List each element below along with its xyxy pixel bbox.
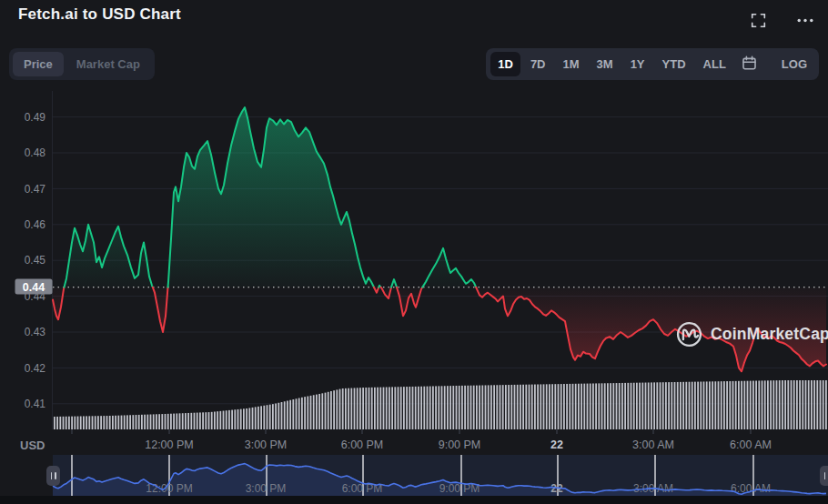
navigator-right-handle[interactable] bbox=[820, 466, 828, 486]
y-tick-label: 0.46 bbox=[25, 218, 46, 231]
navigator-minichart[interactable]: 12:00 PM3:00 PM6:00 PM9:00 PM223:00 AM6:… bbox=[0, 455, 828, 504]
x-tick-label: 22 bbox=[550, 438, 563, 451]
x-tick-label: 3:00 PM bbox=[245, 438, 288, 451]
navigator-tick-label: 6:00 PM bbox=[342, 482, 383, 495]
x-axis-labels: 12:00 PM3:00 PM6:00 PM9:00 PM223:00 AM6:… bbox=[72, 429, 772, 451]
current-price-badge: 0.44 bbox=[15, 279, 53, 295]
x-tick-label: 3:00 AM bbox=[632, 438, 674, 451]
watermark: CoinMarketCap bbox=[675, 320, 828, 348]
price-chart-canvas[interactable]: 0.490.480.470.460.450.440.430.420.41 12:… bbox=[0, 0, 828, 504]
y-tick-label: 0.43 bbox=[25, 326, 46, 338]
fetch-ai-chart-widget: Fetch.ai to USD Chart Price Market Cap 1… bbox=[0, 0, 828, 504]
navigator-tick-label: 3:00 PM bbox=[246, 482, 287, 495]
coinmarketcap-logo-icon bbox=[675, 320, 703, 348]
x-tick-label: 6:00 PM bbox=[341, 438, 384, 451]
y-tick-label: 0.42 bbox=[25, 362, 46, 375]
y-axis-labels: 0.490.480.470.460.450.440.430.420.41 bbox=[25, 111, 46, 410]
x-tick-label: 12:00 PM bbox=[145, 438, 194, 451]
y-tick-label: 0.41 bbox=[25, 398, 46, 410]
watermark-text: CoinMarketCap bbox=[711, 325, 828, 344]
bottom-strip bbox=[0, 496, 828, 504]
y-tick-label: 0.49 bbox=[25, 111, 46, 124]
x-tick-label: 6:00 AM bbox=[730, 438, 772, 451]
navigator-left-handle[interactable] bbox=[46, 466, 60, 486]
y-tick-label: 0.48 bbox=[25, 146, 46, 159]
y-tick-label: 0.47 bbox=[25, 183, 46, 196]
x-tick-label: 9:00 PM bbox=[439, 438, 481, 451]
y-tick-label: 0.45 bbox=[25, 254, 46, 267]
unit-label: USD bbox=[20, 438, 45, 452]
current-price-value: 0.44 bbox=[23, 281, 45, 294]
volume-bars bbox=[54, 380, 827, 429]
